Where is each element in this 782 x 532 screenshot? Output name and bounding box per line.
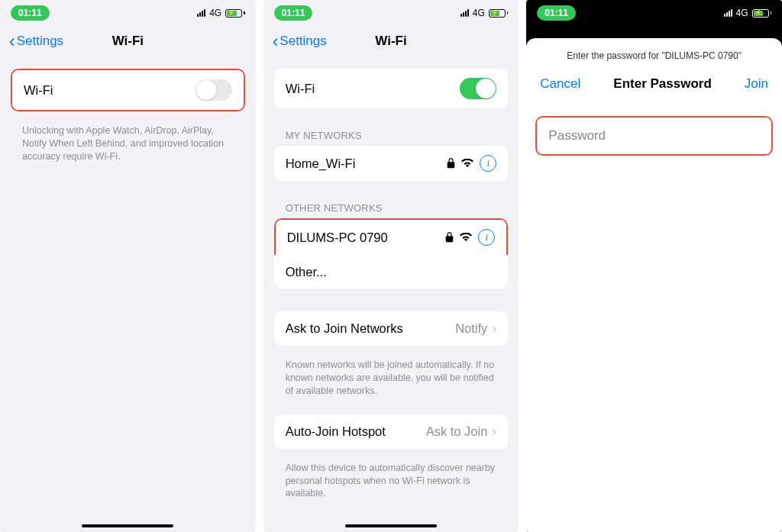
- wifi-toggle-cell[interactable]: Wi-Fi: [274, 69, 509, 108]
- chevron-left-icon: ‹: [9, 33, 15, 50]
- lock-icon: [447, 158, 455, 169]
- auto-join-row: Auto-Join Hotspot Ask to Join ›: [274, 414, 509, 449]
- ask-to-join-cell[interactable]: Ask to Join Networks Notify ›: [274, 311, 509, 346]
- back-label: Settings: [17, 34, 63, 49]
- page-title: Wi-Fi: [112, 34, 144, 49]
- home-indicator[interactable]: [82, 524, 173, 527]
- signal-icon: [197, 9, 205, 17]
- nav-header: ‹ Settings Wi-Fi: [263, 24, 519, 58]
- signal-icon: [724, 9, 732, 17]
- other-networks-list: DILUMS-PC 0790 i Other...: [274, 218, 509, 289]
- wifi-toggle-row: Wi-Fi: [274, 69, 509, 108]
- status-right: 4G: [460, 8, 509, 18]
- battery-icon: [489, 9, 509, 18]
- page-title: Wi-Fi: [375, 34, 406, 49]
- back-button[interactable]: ‹ Settings: [273, 33, 327, 50]
- other-networks-header: OTHER NETWORKS: [263, 189, 519, 218]
- other-network-button[interactable]: Other...: [274, 255, 509, 289]
- battery-icon: [225, 9, 245, 18]
- my-networks-list: Home_Wi-Fi i: [274, 146, 509, 181]
- lock-icon: [445, 232, 454, 243]
- auto-join-footer: Allow this device to automatically disco…: [263, 456, 519, 501]
- network-name: Home_Wi-Fi: [286, 156, 356, 171]
- wifi-icon: [460, 233, 472, 242]
- wifi-label: Wi-Fi: [24, 83, 53, 98]
- network-name: DILUMS-PC 0790: [287, 231, 388, 245]
- home-indicator[interactable]: [345, 524, 437, 527]
- wifi-label: Wi-Fi: [286, 82, 315, 96]
- wifi-footer: Unlocking with Apple Watch, AirDrop, Air…: [0, 119, 256, 163]
- password-input[interactable]: Password: [537, 118, 771, 154]
- screen-wifi-on: 01:11 4G ‹ Settings Wi-Fi Wi-Fi MY NETWO…: [263, 0, 519, 532]
- wifi-toggle-row: Wi-Fi: [11, 69, 245, 111]
- auto-join-value: Ask to Join: [426, 424, 488, 439]
- chevron-right-icon: ›: [492, 321, 496, 337]
- sheet-title: Enter Password: [613, 76, 712, 92]
- info-icon[interactable]: i: [480, 155, 496, 172]
- screen-wifi-off: 01:11 4G ‹ Settings Wi-Fi Wi-Fi Unlockin…: [0, 0, 256, 532]
- my-networks-header: MY NETWORKS: [263, 116, 519, 146]
- sheet-header: Cancel Enter Password Join: [526, 73, 782, 102]
- password-field-wrapper: Password: [535, 116, 773, 156]
- time-pill: 01:11: [537, 5, 576, 21]
- time-pill: 01:11: [11, 5, 50, 21]
- auto-join-cell[interactable]: Auto-Join Hotspot Ask to Join ›: [274, 414, 509, 449]
- network-type: 4G: [209, 8, 221, 18]
- ask-to-join-label: Ask to Join Networks: [286, 321, 403, 336]
- status-right: 4G: [724, 8, 772, 18]
- status-bar: 01:11 4G: [263, 0, 519, 24]
- back-label: Settings: [280, 34, 326, 49]
- other-label: Other...: [286, 265, 327, 279]
- info-icon[interactable]: i: [478, 229, 495, 246]
- status-bar: 01:11 4G: [0, 0, 256, 24]
- screen-enter-password: 01:11 4G Enter the password for "DILUMS-…: [526, 0, 782, 532]
- password-sheet: Enter the password for "DILUMS-PC 0790" …: [526, 38, 782, 532]
- status-right: 4G: [197, 8, 245, 18]
- join-button[interactable]: Join: [745, 76, 768, 92]
- ask-to-join-value: Notify: [455, 321, 487, 336]
- status-bar: 01:11 4G: [526, 0, 782, 24]
- network-row-home[interactable]: Home_Wi-Fi i: [274, 146, 509, 181]
- ask-to-join-row: Ask to Join Networks Notify ›: [274, 311, 509, 346]
- signal-icon: [460, 9, 469, 17]
- back-button[interactable]: ‹ Settings: [9, 33, 63, 50]
- time-pill: 01:11: [274, 5, 313, 21]
- network-type: 4G: [473, 8, 485, 18]
- cancel-button[interactable]: Cancel: [540, 76, 580, 92]
- wifi-toggle-cell[interactable]: Wi-Fi: [12, 70, 244, 110]
- battery-icon: [752, 9, 772, 18]
- ask-to-join-footer: Known networks will be joined automatica…: [263, 353, 519, 398]
- sheet-subtitle: Enter the password for "DILUMS-PC 0790": [526, 50, 782, 73]
- auto-join-label: Auto-Join Hotspot: [286, 424, 386, 439]
- wifi-icon: [461, 159, 473, 168]
- nav-header: ‹ Settings Wi-Fi: [0, 24, 256, 58]
- network-type: 4G: [736, 8, 748, 18]
- wifi-toggle[interactable]: [460, 78, 496, 99]
- chevron-left-icon: ‹: [273, 33, 279, 50]
- network-row-dilums[interactable]: DILUMS-PC 0790 i: [276, 220, 507, 255]
- wifi-toggle[interactable]: [196, 79, 232, 101]
- chevron-right-icon: ›: [492, 424, 496, 440]
